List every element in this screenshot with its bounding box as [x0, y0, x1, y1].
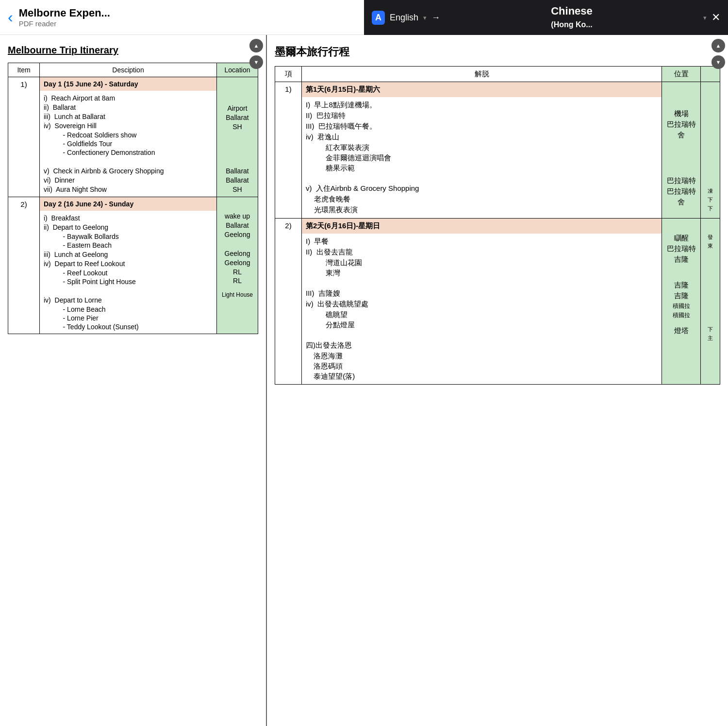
- list-item: 礁眺望: [306, 310, 658, 320]
- zh-row-extra-1: 凍 下 下: [701, 82, 720, 219]
- list-item: 光環黑夜表演: [306, 205, 658, 215]
- row-num-1: 1): [8, 77, 40, 197]
- list-item: 東灣: [306, 269, 658, 278]
- translation-bar: A English ▾ → Chinese(Hong Ko... ▾ ✕: [364, 0, 728, 35]
- list-item: v) Check in Airbnb & Grocery Shopping: [44, 167, 213, 175]
- table-row: 1) 第1天(6月15日)-星期六 I) 早上8點到達機場。 II) 巴拉瑞特 …: [275, 82, 720, 219]
- list-item: - Lorne Pier: [44, 314, 213, 322]
- list-item: [44, 287, 213, 295]
- list-item: 洛恩海灘: [306, 352, 658, 361]
- back-button[interactable]: ‹: [8, 8, 13, 26]
- lang-to-chevron: ▾: [703, 14, 707, 21]
- translate-icon: A: [372, 11, 385, 25]
- list-item: ii) Ballarat: [44, 103, 213, 111]
- list-item: 紅衣軍裝表演: [306, 143, 658, 152]
- list-item: III) 巴拉瑞特嘅午餐。: [306, 122, 658, 131]
- list-item: - Split Point Light House: [44, 278, 213, 286]
- col-header-item: Item: [8, 63, 40, 77]
- list-item: iv) Sovereign Hill: [44, 122, 213, 130]
- list-item: - Redcoat Soldiers show: [44, 131, 213, 139]
- list-item: i) Reach Airport at 8am: [44, 94, 213, 102]
- left-panel-title: Melbourne Trip Itinerary: [8, 45, 258, 56]
- right-panel-title: 墨爾本旅行行程: [275, 45, 720, 59]
- scroll-up-handle-zh[interactable]: ▲: [711, 39, 725, 52]
- list-item: 金菲爾德巡迴演唱會: [306, 153, 658, 163]
- list-item: - Confectionery Demonstration: [44, 149, 213, 156]
- row-num-2: 2): [8, 197, 40, 334]
- list-item: vi) Dinner: [44, 176, 213, 184]
- scroll-down-handle[interactable]: ▼: [249, 55, 263, 69]
- zh-row-extra-2: 發 東 下 主: [701, 219, 720, 385]
- scroll-down-handle-zh[interactable]: ▼: [711, 55, 725, 69]
- itinerary-table-zh: 項 解脱 位置 1) 第1天(6月15日)-星期六 I) 早上8點到達機場。 I…: [275, 66, 720, 385]
- list-item: v) 入住Airbnb & Grocery Shopping: [306, 184, 658, 193]
- row-day-1: Day 1 (15 June 24) - Saturday i) Reach A…: [40, 77, 217, 197]
- list-item: vii) Aura Night Show: [44, 186, 213, 193]
- list-item: II) 出發去吉龍: [306, 248, 658, 257]
- zh-col-header-item: 項: [275, 67, 302, 82]
- list-item: 洛恩碼頭: [306, 362, 658, 371]
- right-panel: ▲ ▼ 墨爾本旅行行程 項 解脱 位置 1) 第1天(6月15日)-星期六: [267, 35, 728, 726]
- list-item: [306, 331, 658, 339]
- list-item: I) 早上8點到達機場。: [306, 101, 658, 110]
- list-item: iv) 出發去礁眺望處: [306, 300, 658, 309]
- row-loc-2: wake up Ballarat Geelong Geelong Geelong…: [217, 197, 258, 334]
- lang-to-label: Chinese(Hong Ko...: [445, 5, 698, 30]
- list-item: 糖果示範: [306, 164, 658, 173]
- row-loc-1: Airport Ballarat SH Ballarat Ballarat SH: [217, 77, 258, 197]
- list-item: i) Breakfast: [44, 214, 213, 222]
- list-item: III) 吉隆嫂: [306, 289, 658, 298]
- table-row: 2) Day 2 (16 June 24) - Sunday i) Breakf…: [8, 197, 258, 334]
- translation-arrow: →: [431, 13, 440, 23]
- zh-row-loc-1: 機場 巴拉瑞特 舍 巴拉瑞特 巴拉瑞特 舍: [662, 82, 701, 219]
- row-day-2: Day 2 (16 June 24) - Sunday i) Breakfast…: [40, 197, 217, 334]
- list-item: iv) 君逸山: [306, 133, 658, 142]
- list-item: II) 巴拉瑞特: [306, 111, 658, 120]
- list-item: - Reef Lookout: [44, 269, 213, 277]
- list-item: ii) Depart to Geelong: [44, 223, 213, 231]
- lang-from-label[interactable]: English: [390, 13, 418, 23]
- zh-col-header-loc: 位置: [662, 67, 701, 82]
- list-item: [306, 279, 658, 287]
- list-item: 分點燈屋: [306, 321, 658, 330]
- col-header-desc: Desciption: [40, 63, 217, 77]
- list-item: - Teddy Lookout (Sunset): [44, 323, 213, 331]
- list-item: iii) Lunch at Ballarat: [44, 113, 213, 120]
- list-item: [44, 158, 213, 166]
- zh-col-header-desc: 解脱: [302, 67, 662, 82]
- list-item: - Goldfields Tour: [44, 140, 213, 148]
- zh-row-loc-2: 瞓醒 巴拉瑞特 吉隆 吉隆 吉隆 積國拉 積國拉 燈塔: [662, 219, 701, 385]
- zh-row-num-2: 2): [275, 219, 302, 385]
- list-item: iv) Depart to Reef Lookout: [44, 260, 213, 268]
- list-item: iii) Lunch at Geelong: [44, 251, 213, 258]
- list-item: 四)出發去洛恩: [306, 341, 658, 350]
- zh-row-num-1: 1): [275, 82, 302, 219]
- zh-row-day-2: 第2天(6月16日)-星期日 I) 早餐 II) 出發去吉龍 灣道山花園 東灣 …: [302, 219, 662, 385]
- scroll-up-handle[interactable]: ▲: [249, 39, 263, 52]
- list-item: - Lorne Beach: [44, 305, 213, 313]
- left-panel: ▲ ▼ Melbourne Trip Itinerary Item Descip…: [0, 35, 267, 726]
- list-item: [306, 174, 658, 183]
- list-item: - Baywalk Bollards: [44, 233, 213, 240]
- list-item: - Eastern Beach: [44, 241, 213, 249]
- list-item: 灣道山花園: [306, 258, 658, 268]
- list-item: 泰迪望望(落): [306, 372, 658, 381]
- lang-from-chevron: ▾: [423, 14, 427, 21]
- list-item: iv) Depart to Lorne: [44, 296, 213, 304]
- list-item: I) 早餐: [306, 237, 658, 246]
- zh-row-day-1: 第1天(6月15日)-星期六 I) 早上8點到達機場。 II) 巴拉瑞特 III…: [302, 82, 662, 219]
- table-row: 2) 第2天(6月16日)-星期日 I) 早餐 II) 出發去吉龍 灣道山花園 …: [275, 219, 720, 385]
- close-translation-button[interactable]: ✕: [711, 11, 720, 24]
- list-item: 老虎食晚餐: [306, 195, 658, 204]
- itinerary-table-en: Item Desciption Location 1) Day 1 (15 Ju…: [8, 63, 258, 334]
- table-row: 1) Day 1 (15 June 24) - Saturday i) Reac…: [8, 77, 258, 197]
